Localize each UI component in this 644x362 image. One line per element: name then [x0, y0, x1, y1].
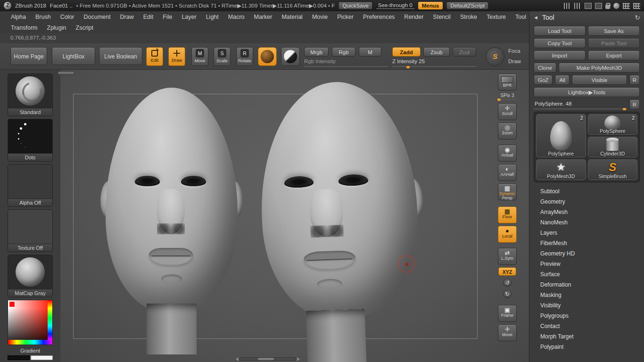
menu-transform[interactable]: Transform — [7, 24, 42, 32]
menu-material[interactable]: Material — [277, 13, 306, 21]
edit-mode-button[interactable]: Edit — [146, 47, 163, 66]
active-tool-thumbnail[interactable]: 2 PolySphere — [536, 114, 586, 157]
menu-draw[interactable]: Draw — [116, 13, 138, 21]
zcut-toggle[interactable]: Zcut — [453, 47, 476, 57]
tool-section-arraymesh[interactable]: ArrayMesh — [534, 207, 640, 217]
bpr-render-button[interactable]: BPR — [498, 74, 517, 90]
rotate-mode-button[interactable]: R Rotate — [236, 47, 253, 66]
horizontal-scrollbar[interactable] — [236, 357, 300, 361]
current-material-button[interactable] — [258, 47, 277, 66]
alpha-selector[interactable]: Alpha Off — [8, 164, 53, 207]
dynamic-persp-button[interactable]: ▦ Dynamic Persp — [498, 183, 517, 200]
m-toggle[interactable]: M — [359, 47, 381, 57]
monitor-icon[interactable] — [585, 3, 592, 9]
material-selector[interactable]: MatCap Gray — [8, 255, 53, 297]
sphere-icon[interactable] — [613, 3, 619, 9]
move-mode-button[interactable]: M Move — [191, 47, 208, 66]
xyz-axis-button[interactable]: XYZ — [498, 267, 516, 276]
tool-slider[interactable]: PolySphere. 48 — [534, 99, 627, 109]
viewport-canvas[interactable] — [60, 70, 529, 362]
lightbox-tools-button[interactable]: Lightbox▶Tools — [534, 87, 640, 97]
menu-brush[interactable]: Brush — [31, 13, 55, 21]
menu-zplugin[interactable]: Zplugin — [43, 24, 71, 32]
grid-icon-2[interactable] — [633, 3, 640, 9]
tool-section-polypaint[interactable]: Polypaint — [534, 342, 640, 352]
menu-file[interactable]: File — [158, 13, 176, 21]
paste-tool-button[interactable]: Paste Tool — [588, 38, 640, 48]
see-through-slider[interactable]: See-through 0 — [376, 2, 414, 9]
home-page-button[interactable]: Home Page — [10, 47, 47, 65]
tool-thumbnail-cylinder3d[interactable]: Cylinder3D — [588, 137, 638, 157]
export-button[interactable]: Export — [588, 50, 640, 60]
tool-section-geometry-hd[interactable]: Geometry HD — [534, 248, 640, 259]
save-as-button[interactable]: Save As — [588, 26, 640, 36]
tool-section-geometry[interactable]: Geometry — [534, 197, 640, 207]
menu-zscript[interactable]: Zscript — [72, 24, 98, 32]
tool-section-polygroups[interactable]: Polygroups — [534, 311, 640, 321]
menu-light[interactable]: Light — [202, 13, 223, 21]
quicksave-button[interactable]: QuickSave — [339, 2, 372, 9]
menu-layer[interactable]: Layer — [177, 13, 200, 21]
goz-button[interactable]: GoZ — [534, 75, 553, 85]
z-intensity-slider[interactable]: Z Intensity 25 — [392, 58, 476, 67]
zoom-button[interactable]: ◎ Zoom — [498, 123, 517, 140]
rotate-view-icon[interactable]: ↺ — [503, 279, 512, 287]
menus-button[interactable]: Menus — [418, 2, 443, 9]
stroke-selector[interactable]: Dots — [8, 119, 53, 162]
scroll-track[interactable] — [239, 357, 296, 361]
tool-section-layers[interactable]: Layers — [534, 228, 640, 238]
tool-section-deformation[interactable]: Deformation — [534, 280, 640, 290]
zsub-toggle[interactable]: Zsub — [423, 47, 450, 57]
scroll-left-icon[interactable] — [236, 357, 239, 361]
tool-thumbnail-simplebrush[interactable]: S SimpleBrush — [588, 159, 638, 180]
tool-section-fibermesh[interactable]: FiberMesh — [534, 238, 640, 248]
menu-picker[interactable]: Picker — [333, 13, 358, 21]
material-picker-button[interactable] — [281, 47, 300, 66]
secondary-color-swatch[interactable] — [31, 355, 53, 360]
tool-thumbnail-polysphere[interactable]: 2 PolySphere — [588, 114, 638, 135]
load-tool-button[interactable]: Load Tool — [534, 26, 586, 36]
spix-thumb[interactable] — [497, 99, 501, 101]
scroll-button[interactable]: ✛ Scroll — [498, 103, 517, 120]
menu-preferences[interactable]: Preferences — [359, 13, 399, 21]
spix-slider[interactable]: SPix 3 — [497, 93, 517, 100]
menu-document[interactable]: Document — [80, 13, 115, 21]
shelf-drag-handle[interactable] — [58, 71, 74, 75]
frame-button[interactable]: ▣ Frame — [498, 305, 517, 322]
menu-movie[interactable]: Movie — [308, 13, 332, 21]
default-zscript-button[interactable]: DefaultZScript — [446, 2, 488, 9]
rgb-intensity-slider[interactable]: Rgb Intensity — [304, 58, 388, 67]
gradient-label[interactable]: Gradient — [8, 347, 53, 354]
goz-r-button[interactable]: R — [629, 75, 640, 85]
menu-texture[interactable]: Texture — [482, 13, 510, 21]
tool-section-visibility[interactable]: Visibility — [534, 300, 640, 311]
menu-alpha[interactable]: Alpha — [7, 13, 30, 21]
sliders-icon-2[interactable] — [574, 3, 581, 9]
hue-strip-horizontal[interactable] — [8, 340, 52, 345]
scroll-thumb[interactable] — [258, 358, 274, 360]
rgb-toggle[interactable]: Rgb — [332, 47, 355, 57]
menu-stencil[interactable]: Stencil — [429, 13, 455, 21]
spin-view-icon[interactable]: ↻ — [503, 290, 512, 298]
menu-marker[interactable]: Marker — [250, 13, 277, 21]
import-button[interactable]: Import — [534, 50, 586, 60]
focal-shift-dial[interactable] — [486, 47, 504, 66]
tool-section-preview[interactable]: Preview — [534, 259, 640, 269]
goz-visible-button[interactable]: Visible — [572, 75, 627, 85]
clone-button[interactable]: Clone — [534, 63, 556, 73]
menu-stroke[interactable]: Stroke — [456, 13, 481, 21]
aahalf-button[interactable]: ◐ AAHalf — [498, 164, 517, 181]
tool-thumbnail-polymesh3d[interactable]: ★ PolyMesh3D — [536, 159, 586, 180]
local-transform-button[interactable]: ● Local — [498, 226, 517, 243]
menu-macro[interactable]: Macro — [224, 13, 249, 21]
tool-section-morph-target[interactable]: Morph Target — [534, 331, 640, 342]
scroll-right-icon[interactable] — [297, 357, 300, 361]
hue-strip-vertical[interactable] — [48, 300, 52, 340]
zadd-toggle[interactable]: Zadd — [392, 47, 421, 57]
tool-section-nanomesh[interactable]: NanoMesh — [534, 217, 640, 228]
lsym-button[interactable]: ⇄ L.Sym — [498, 248, 517, 265]
menu-color[interactable]: Color — [56, 13, 79, 21]
refresh-icon[interactable]: ↻ — [635, 14, 640, 21]
menu-edit[interactable]: Edit — [139, 13, 158, 21]
make-polymesh3d-button[interactable]: Make PolyMesh3D — [559, 63, 640, 73]
